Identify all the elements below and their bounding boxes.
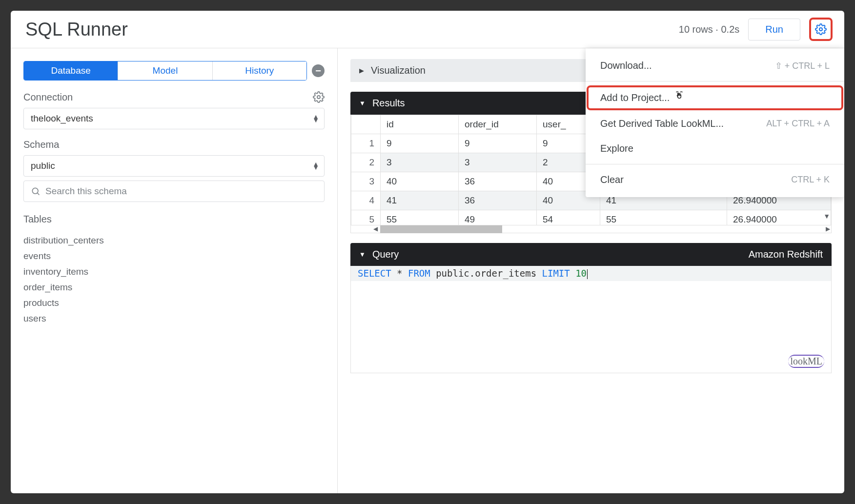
- sidebar-top: Database Model History −: [23, 61, 325, 81]
- connection-label: Connection: [23, 92, 73, 103]
- menu-item-explore[interactable]: Explore: [586, 136, 844, 161]
- menu-item-shortcut: ALT + CTRL + A: [766, 119, 830, 129]
- updown-icon: ▲▼: [312, 115, 317, 122]
- table-item[interactable]: users: [23, 311, 325, 326]
- sql-keyword: SELECT: [358, 268, 391, 279]
- table-item[interactable]: order_items: [23, 280, 325, 295]
- run-rows: 10 rows: [679, 24, 713, 35]
- chevron-down-icon: ▼: [359, 251, 366, 258]
- header: SQL Runner 10 rows · 0.2s Run: [11, 11, 844, 48]
- search-placeholder: Search this schema: [45, 186, 127, 197]
- menu-item-derived-table[interactable]: Get Derived Table LookML... ALT + CTRL +…: [586, 111, 844, 136]
- sql-text: public.order_items: [430, 268, 542, 279]
- page-title: SQL Runner: [25, 19, 128, 40]
- menu-item-label: Clear: [600, 174, 624, 185]
- search-icon: [31, 186, 41, 196]
- scroll-left-icon[interactable]: ◀: [373, 225, 378, 232]
- query-label: Query: [372, 249, 399, 260]
- chevron-down-icon: ▼: [359, 100, 366, 107]
- updown-icon: ▲▼: [312, 162, 317, 169]
- run-time: 0.2s: [721, 24, 739, 35]
- scroll-down-icon[interactable]: ▼: [823, 212, 830, 220]
- pointer-cursor-icon: [674, 91, 684, 104]
- chevron-right-icon: ▶: [359, 67, 364, 74]
- menu-divider: [586, 164, 844, 164]
- tables-label: Tables: [23, 214, 325, 225]
- tab-history[interactable]: History: [213, 61, 306, 80]
- menu-divider: [586, 81, 844, 81]
- svg-line-3: [38, 193, 40, 195]
- query-editor[interactable]: SELECT * FROM public.order_items LIMIT 1…: [350, 266, 832, 373]
- lookml-badge[interactable]: lookML: [788, 355, 824, 368]
- col-header[interactable]: order_id: [459, 115, 537, 134]
- schema-select[interactable]: public ▲▼: [23, 155, 325, 177]
- menu-item-shortcut: CTRL + K: [791, 175, 830, 185]
- menu-item-clear[interactable]: Clear CTRL + K: [586, 167, 844, 192]
- svg-point-2: [32, 188, 38, 194]
- sidebar-tabs: Database Model History: [23, 61, 307, 81]
- connection-select[interactable]: thelook_events ▲▼: [23, 108, 325, 129]
- gear-icon: [815, 23, 827, 35]
- settings-menu-button[interactable]: [809, 18, 833, 41]
- sql-number: 10: [570, 268, 587, 279]
- menu-item-shortcut: ⇧ + CTRL + L: [775, 60, 830, 71]
- connection-section: Connection thelook_events ▲▼: [23, 91, 325, 129]
- sql-keyword: LIMIT: [542, 268, 570, 279]
- minus-icon: −: [315, 65, 321, 77]
- query-panel-header[interactable]: ▼ Query Amazon Redshift: [350, 243, 832, 266]
- connection-gear-icon[interactable]: [313, 91, 325, 103]
- menu-item-label: Get Derived Table LookML...: [600, 118, 724, 129]
- visualization-label: Visualization: [371, 65, 426, 76]
- svg-point-1: [317, 96, 320, 99]
- text-cursor: [587, 269, 588, 279]
- row-num-header: [351, 115, 381, 134]
- sql-keyword: FROM: [408, 268, 430, 279]
- svg-point-0: [819, 28, 822, 31]
- horizontal-scrollbar[interactable]: ◀ ▶: [351, 225, 831, 233]
- tab-database[interactable]: Database: [24, 61, 118, 80]
- main: ▶ Visualization ▼ Results: [338, 48, 844, 493]
- schema-value: public: [31, 161, 55, 171]
- query-engine-label: Amazon Redshift: [749, 249, 823, 260]
- table-item[interactable]: events: [23, 248, 325, 264]
- sql-text: *: [391, 268, 408, 279]
- run-button[interactable]: Run: [748, 19, 800, 40]
- menu-item-download[interactable]: Download... ⇧ + CTRL + L: [586, 53, 844, 78]
- col-header[interactable]: id: [381, 115, 459, 134]
- scrollbar-thumb[interactable]: [380, 225, 502, 233]
- query-code-line: SELECT * FROM public.order_items LIMIT 1…: [351, 266, 831, 281]
- connection-value: thelook_events: [31, 113, 93, 124]
- table-item[interactable]: inventory_items: [23, 264, 325, 280]
- sidebar: Database Model History − Connection: [11, 48, 338, 493]
- tab-model[interactable]: Model: [118, 61, 212, 80]
- menu-item-add-to-project[interactable]: Add to Project...: [586, 84, 844, 111]
- settings-dropdown-menu: Download... ⇧ + CTRL + L Add to Project.…: [586, 48, 844, 197]
- run-status: 10 rows · 0.2s: [679, 24, 740, 35]
- table-row: 5 55 49 54 55 26.940000: [351, 210, 831, 225]
- table-item[interactable]: distribution_centers: [23, 233, 325, 248]
- menu-item-label: Download...: [600, 60, 652, 71]
- table-item[interactable]: products: [23, 295, 325, 311]
- tables-list: distribution_centers events inventory_it…: [23, 233, 325, 326]
- menu-item-label: Explore: [600, 143, 633, 154]
- header-right: 10 rows · 0.2s Run: [679, 18, 833, 41]
- collapse-sidebar-button[interactable]: −: [312, 64, 325, 77]
- scroll-right-icon[interactable]: ▶: [826, 225, 830, 232]
- schema-label: Schema: [23, 139, 325, 150]
- menu-item-label: Add to Project...: [600, 92, 670, 103]
- results-label: Results: [372, 98, 405, 109]
- query-panel: ▼ Query Amazon Redshift SELECT * FROM pu…: [350, 243, 832, 373]
- body: Database Model History − Connection: [11, 48, 844, 493]
- schema-search-input[interactable]: Search this schema: [23, 181, 325, 202]
- app-window: SQL Runner 10 rows · 0.2s Run Database M…: [11, 11, 844, 493]
- schema-section: Schema public ▲▼ Search this schema: [23, 139, 325, 202]
